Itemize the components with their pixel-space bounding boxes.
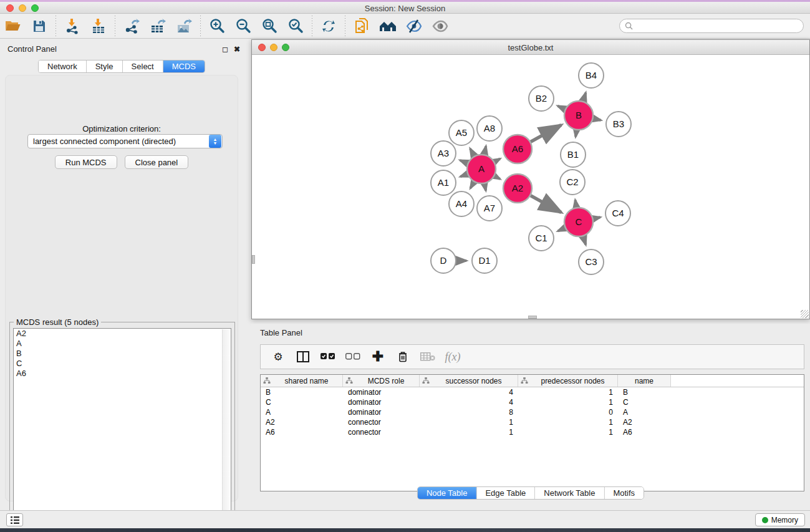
edge-C-C3[interactable] — [583, 236, 586, 244]
edge-C-C2[interactable] — [575, 200, 576, 208]
table-cell[interactable]: B — [618, 387, 671, 397]
toggle-bird-view-icon[interactable] — [430, 16, 451, 36]
close-panel-icon[interactable]: ✖ — [234, 45, 240, 54]
new-network-from-selection-icon[interactable] — [351, 16, 372, 36]
mcds-result-list[interactable]: A2ABCA6 — [13, 328, 231, 528]
network-view-window[interactable]: testGlobe.txt B4B2BB3A8A5A6B1A3AA1C2A2A4… — [251, 39, 810, 319]
tab-node-table[interactable]: Node Table — [418, 487, 477, 499]
edge-B-B1[interactable] — [576, 130, 577, 137]
graph-node-C[interactable]: C — [564, 208, 593, 236]
search-field[interactable] — [619, 19, 804, 33]
edge-B-B2[interactable] — [557, 106, 565, 109]
import-network-icon[interactable] — [62, 16, 83, 36]
save-session-icon[interactable] — [29, 16, 50, 36]
graph-node-A5[interactable]: A5 — [449, 120, 474, 145]
table-cell[interactable]: connector — [343, 427, 420, 437]
edge-A-A8[interactable] — [485, 146, 486, 154]
table-cell[interactable]: 4 — [420, 387, 518, 397]
edge-A-A1[interactable] — [460, 174, 467, 177]
graph-node-C4[interactable]: C4 — [605, 201, 630, 226]
resize-grip[interactable] — [801, 310, 809, 318]
export-table-icon[interactable] — [147, 16, 168, 36]
edge-A-A5[interactable] — [470, 148, 474, 156]
graph-node-B4[interactable]: B4 — [579, 63, 604, 88]
float-panel-icon[interactable]: ◻ — [222, 45, 228, 54]
graph-node-C3[interactable]: C3 — [579, 249, 604, 274]
import-table-icon[interactable] — [88, 16, 109, 36]
close-panel-button[interactable]: Close panel — [125, 155, 189, 169]
table-row[interactable]: Cdominator41C — [261, 397, 804, 407]
tab-motifs[interactable]: Motifs — [604, 487, 644, 499]
tab-edge-table[interactable]: Edge Table — [476, 487, 535, 499]
table-options-gear-icon[interactable]: ⚙︎ — [269, 348, 287, 365]
table-cell[interactable]: A6 — [261, 427, 343, 437]
edge-A-A6[interactable] — [494, 158, 500, 162]
table-cell[interactable]: A — [261, 407, 343, 417]
table-cell[interactable]: 4 — [420, 397, 518, 407]
column-header-name[interactable]: name — [618, 375, 671, 387]
table-cell[interactable]: B — [261, 387, 343, 397]
graph-node-A1[interactable]: A1 — [431, 170, 456, 195]
edge-A-A4[interactable] — [470, 182, 474, 188]
edge-A-A7[interactable] — [485, 184, 486, 191]
edge-B-B4[interactable] — [583, 93, 586, 101]
graph-node-A3[interactable]: A3 — [431, 141, 456, 166]
network-graph[interactable]: B4B2BB3A8A5A6B1A3AA1C2A2A4A7C4CC1C3DD1 — [252, 56, 809, 319]
graph-node-C1[interactable]: C1 — [529, 226, 554, 251]
tab-style[interactable]: Style — [87, 60, 123, 72]
graph-node-B2[interactable]: B2 — [529, 86, 554, 111]
table-cell[interactable]: C — [261, 397, 343, 407]
graph-node-A6[interactable]: A6 — [503, 135, 532, 163]
edge-C-C1[interactable] — [558, 228, 565, 231]
table-cell[interactable]: dominator — [343, 407, 420, 417]
graph-node-B[interactable]: B — [564, 101, 593, 130]
edge-A-A3[interactable] — [460, 160, 468, 163]
table-cell[interactable]: 1 — [420, 417, 518, 427]
tab-mcds[interactable]: MCDS — [163, 60, 205, 72]
graph-node-B1[interactable]: B1 — [561, 142, 586, 167]
table-cell[interactable]: 1 — [518, 427, 618, 437]
graph-node-A4[interactable]: A4 — [449, 191, 474, 216]
export-network-icon[interactable] — [121, 16, 142, 36]
edge-A-A2[interactable] — [494, 176, 500, 179]
column-header-shared-name[interactable]: shared name — [261, 375, 343, 387]
table-cell[interactable]: C — [618, 397, 671, 407]
delete-column-icon[interactable] — [393, 348, 412, 365]
export-image-icon[interactable] — [173, 16, 195, 36]
node-table[interactable]: shared nameMCDS rolesuccessor nodesprede… — [260, 374, 804, 491]
result-list-item[interactable]: B — [14, 349, 231, 359]
graph-node-A7[interactable]: A7 — [477, 196, 502, 221]
select-all-checks-icon[interactable] — [319, 348, 337, 365]
column-header-predecessor-nodes[interactable]: predecessor nodes — [518, 375, 618, 387]
table-cell[interactable]: connector — [343, 417, 420, 427]
network-canvas[interactable]: B4B2BB3A8A5A6B1A3AA1C2A2A4A7C4CC1C3DD1 — [252, 56, 809, 319]
zoom-selected-icon[interactable] — [285, 16, 306, 36]
graph-node-A8[interactable]: A8 — [477, 116, 502, 141]
run-mcds-button[interactable]: Run MCDS — [55, 155, 117, 169]
table-row[interactable]: Adominator80A — [261, 407, 804, 417]
result-list-item[interactable]: A2 — [14, 329, 231, 339]
open-file-icon[interactable] — [2, 16, 24, 36]
deselect-all-checks-icon[interactable] — [344, 348, 362, 365]
zoom-in-icon[interactable] — [206, 16, 228, 36]
table-row[interactable]: A6connector11A6 — [261, 427, 804, 437]
task-history-button[interactable] — [6, 513, 23, 526]
graph-node-C2[interactable]: C2 — [560, 170, 585, 195]
table-cell[interactable]: 1 — [518, 417, 618, 427]
add-column-icon[interactable]: ✚ — [369, 348, 387, 365]
refresh-layout-icon[interactable] — [318, 16, 339, 36]
table-row[interactable]: A2connector11A2 — [261, 417, 804, 427]
graph-node-D1[interactable]: D1 — [472, 248, 497, 273]
search-input[interactable] — [636, 22, 798, 31]
show-hide-graphics-icon[interactable] — [403, 16, 425, 36]
graph-node-D[interactable]: D — [431, 248, 456, 273]
table-cell[interactable]: 8 — [420, 407, 518, 417]
column-header-successor-nodes[interactable]: successor nodes — [420, 375, 518, 387]
column-header-MCDS-role[interactable]: MCDS role — [343, 375, 420, 387]
table-cell[interactable]: A2 — [618, 417, 671, 427]
graph-node-A2[interactable]: A2 — [503, 174, 532, 203]
table-cell[interactable]: 1 — [518, 387, 618, 397]
graph-node-B3[interactable]: B3 — [606, 112, 631, 137]
result-list-item[interactable]: A — [14, 339, 231, 349]
table-cell[interactable]: 0 — [518, 407, 618, 417]
